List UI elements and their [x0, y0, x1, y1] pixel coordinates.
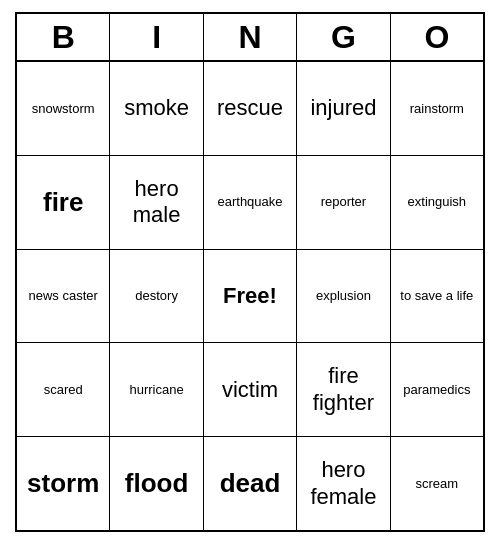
- bingo-row: stormflooddeadhero femalescream: [17, 437, 483, 530]
- bingo-cell: to save a life: [391, 250, 483, 343]
- bingo-cell: reporter: [297, 156, 390, 249]
- bingo-header: BINGO: [17, 14, 483, 62]
- bingo-cell: snowstorm: [17, 62, 110, 155]
- bingo-grid: snowstormsmokerescueinjuredrainstormfire…: [17, 62, 483, 530]
- bingo-row: snowstormsmokerescueinjuredrainstorm: [17, 62, 483, 156]
- bingo-row: news casterdestoryFree!explusionto save …: [17, 250, 483, 344]
- bingo-cell: explusion: [297, 250, 390, 343]
- bingo-cell: flood: [110, 437, 203, 530]
- header-letter: B: [17, 14, 110, 60]
- bingo-row: firehero maleearthquakereporterextinguis…: [17, 156, 483, 250]
- bingo-cell: victim: [204, 343, 297, 436]
- bingo-card: BINGO snowstormsmokerescueinjuredrainsto…: [15, 12, 485, 532]
- bingo-cell: earthquake: [204, 156, 297, 249]
- bingo-cell: rainstorm: [391, 62, 483, 155]
- bingo-cell: scared: [17, 343, 110, 436]
- bingo-cell: fire: [17, 156, 110, 249]
- bingo-cell: rescue: [204, 62, 297, 155]
- bingo-cell: Free!: [204, 250, 297, 343]
- bingo-cell: injured: [297, 62, 390, 155]
- header-letter: I: [110, 14, 203, 60]
- bingo-cell: news caster: [17, 250, 110, 343]
- bingo-cell: hero female: [297, 437, 390, 530]
- header-letter: O: [391, 14, 483, 60]
- bingo-cell: dead: [204, 437, 297, 530]
- bingo-cell: fire fighter: [297, 343, 390, 436]
- bingo-cell: destory: [110, 250, 203, 343]
- bingo-cell: storm: [17, 437, 110, 530]
- bingo-cell: extinguish: [391, 156, 483, 249]
- bingo-cell: hurricane: [110, 343, 203, 436]
- bingo-cell: hero male: [110, 156, 203, 249]
- bingo-row: scaredhurricanevictimfire fighterparamed…: [17, 343, 483, 437]
- header-letter: G: [297, 14, 390, 60]
- bingo-cell: paramedics: [391, 343, 483, 436]
- bingo-cell: scream: [391, 437, 483, 530]
- header-letter: N: [204, 14, 297, 60]
- bingo-cell: smoke: [110, 62, 203, 155]
